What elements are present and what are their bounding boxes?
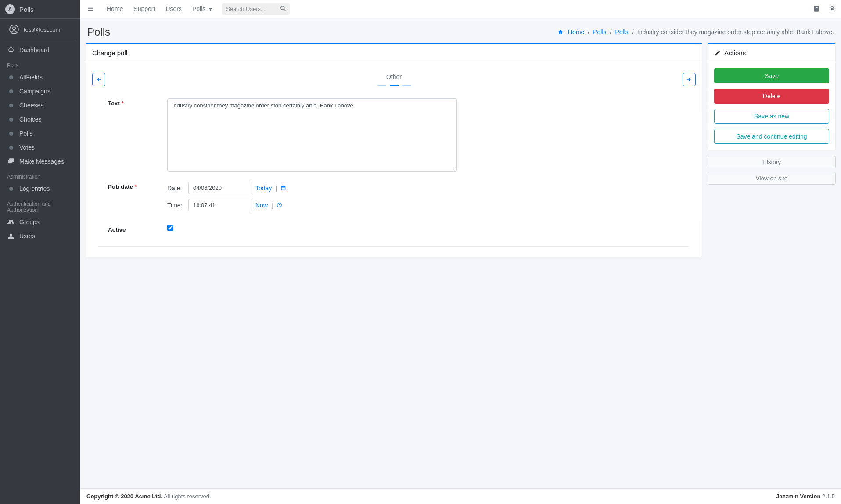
footer: Copyright © 2020 Acme Ltd. All rights re…: [80, 488, 841, 504]
date-input[interactable]: [188, 182, 252, 194]
circle-icon: [7, 118, 15, 122]
footer-version-label: Jazzmin Version: [776, 493, 820, 500]
divider: [98, 246, 690, 247]
svg-point-4: [831, 7, 833, 9]
sidebar-item-label: Groups: [19, 218, 40, 225]
prev-tab-button[interactable]: [92, 73, 105, 86]
label-date: Date:: [167, 185, 185, 192]
calendar-icon[interactable]: [280, 185, 286, 191]
tab-segment[interactable]: [402, 85, 411, 86]
svg-point-2: [281, 6, 284, 9]
sidebar-nav: Dashboard Polls AllFields Campaigns Chee…: [0, 40, 80, 246]
sidebar-item-campaigns[interactable]: Campaigns: [4, 84, 77, 98]
sidebar-header-admin: Administration: [4, 168, 77, 182]
user-icon: [7, 232, 15, 239]
label-active: Active: [108, 225, 167, 233]
sidebar-item-choices[interactable]: Choices: [4, 112, 77, 126]
topbar-link-label: Polls: [192, 5, 205, 12]
circle-icon: [7, 187, 15, 191]
svg-point-1: [13, 27, 15, 29]
sidebar-header-polls: Polls: [4, 57, 77, 70]
search-input[interactable]: [222, 3, 290, 15]
sidebar-item-label: Make Messages: [19, 158, 64, 165]
actions-title: Actions: [724, 49, 746, 57]
topbar: Home Support Users Polls ▾: [80, 0, 841, 18]
footer-rights: All rights reserved.: [162, 493, 211, 500]
menu-toggle-icon[interactable]: [86, 4, 95, 14]
circle-icon: [7, 75, 15, 79]
edit-icon: [714, 50, 721, 56]
footer-copyright: Copyright © 2020 Acme Ltd.: [86, 493, 162, 500]
brand-logo-icon: A: [5, 4, 15, 14]
page-title: Polls: [87, 26, 110, 38]
circle-icon: [7, 146, 15, 150]
view-on-site-button[interactable]: View on site: [708, 172, 836, 185]
card-title: Change poll: [86, 44, 702, 62]
save-as-new-button[interactable]: Save as new: [714, 109, 829, 124]
search-wrap: [222, 3, 290, 15]
svg-line-3: [284, 9, 286, 11]
breadcrumb-polls-model[interactable]: Polls: [615, 29, 629, 36]
next-tab-button[interactable]: [683, 73, 696, 86]
sidebar-header-auth: Authentication and Authorization: [4, 196, 77, 215]
sidebar-item-label: Users: [19, 232, 36, 239]
circle-icon: [7, 132, 15, 136]
topbar-link-home[interactable]: Home: [101, 5, 128, 12]
breadcrumb-polls-app[interactable]: Polls: [593, 29, 606, 36]
sidebar-item-label: AllFields: [19, 74, 43, 81]
time-input[interactable]: [188, 199, 252, 211]
save-button[interactable]: Save: [714, 68, 829, 83]
gauge-icon: [7, 46, 15, 54]
book-icon[interactable]: [813, 5, 820, 12]
sidebar-item-groups[interactable]: Groups: [4, 215, 77, 229]
sidebar-item-cheeses[interactable]: Cheeses: [4, 98, 77, 112]
sidebar-item-log-entries[interactable]: Log entries: [4, 182, 77, 196]
circle-icon: [7, 104, 15, 107]
user-email: test@test.com: [24, 26, 60, 33]
tab-label: Other: [377, 73, 411, 80]
home-icon: [557, 29, 564, 35]
sidebar-item-votes[interactable]: Votes: [4, 140, 77, 154]
history-button[interactable]: History: [708, 156, 836, 168]
tab-indicator: [377, 85, 411, 86]
active-checkbox[interactable]: [167, 225, 173, 231]
breadcrumb: Home / Polls / Polls / Industry consider…: [557, 29, 834, 36]
save-continue-button[interactable]: Save and continue editing: [714, 129, 829, 144]
sidebar-item-allfields[interactable]: AllFields: [4, 70, 77, 84]
footer-version-value: 2.1.5: [820, 493, 835, 500]
brand[interactable]: A Polls: [0, 0, 80, 19]
sidebar-item-make-messages[interactable]: Make Messages: [4, 154, 77, 168]
circle-icon: [7, 89, 15, 93]
breadcrumb-home[interactable]: Home: [568, 29, 584, 36]
user-menu-icon[interactable]: [829, 5, 836, 12]
clock-icon[interactable]: [277, 202, 282, 208]
actions-card: Actions Save Delete Save as new Save and…: [708, 43, 836, 150]
topbar-link-polls[interactable]: Polls ▾: [187, 5, 217, 12]
user-circle-icon: [9, 24, 19, 35]
delete-button[interactable]: Delete: [714, 89, 829, 104]
sidebar-item-users[interactable]: Users: [4, 229, 77, 243]
breadcrumb-current: Industry consider they magazine order st…: [637, 29, 834, 36]
time-now-link[interactable]: Now: [255, 202, 268, 209]
brand-text: Polls: [19, 6, 34, 13]
sidebar-item-label: Choices: [19, 116, 42, 123]
sidebar-item-label: Campaigns: [19, 88, 50, 95]
sidebar-item-polls[interactable]: Polls: [4, 126, 77, 140]
users-icon: [7, 218, 15, 225]
label-pubdate: Pub date *: [108, 182, 167, 216]
sidebar-item-dashboard[interactable]: Dashboard: [4, 43, 77, 57]
topbar-link-support[interactable]: Support: [128, 5, 160, 12]
label-time: Time:: [167, 202, 185, 209]
sidebar-item-label: Polls: [19, 130, 32, 137]
comments-icon: [7, 158, 15, 165]
search-icon[interactable]: [280, 5, 286, 11]
text-textarea[interactable]: Industry consider they magazine order st…: [167, 98, 457, 172]
sidebar-item-label: Log entries: [19, 185, 50, 192]
tab-segment-active[interactable]: [390, 85, 399, 86]
topbar-link-users[interactable]: Users: [160, 5, 187, 12]
caret-down-icon: ▾: [209, 5, 212, 12]
user-panel[interactable]: test@test.com: [4, 19, 77, 40]
sidebar: A Polls test@test.com Dashboard Polls Al…: [0, 0, 80, 504]
date-today-link[interactable]: Today: [255, 185, 272, 192]
tab-segment[interactable]: [377, 85, 386, 86]
